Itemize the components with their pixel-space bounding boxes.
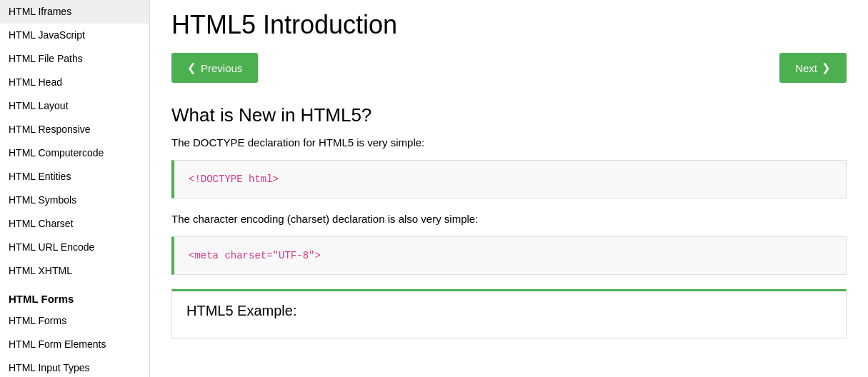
- previous-button-label: Previous: [201, 62, 242, 74]
- sidebar-item-html-charset[interactable]: HTML Charset: [0, 212, 149, 236]
- sidebar-item-html-layout[interactable]: HTML Layout: [0, 94, 149, 118]
- sidebar-item-html-xhtml[interactable]: HTML XHTML: [0, 259, 149, 283]
- code-block-1: <!DOCTYPE html>: [171, 160, 847, 198]
- sidebar-item-html-input-types[interactable]: HTML Input Types: [0, 356, 149, 377]
- sidebar-item-html-symbols[interactable]: HTML Symbols: [0, 188, 149, 212]
- sidebar-item-html-iframes[interactable]: HTML Iframes: [0, 0, 149, 24]
- sidebar-item-html-javascript[interactable]: HTML JavaScript: [0, 24, 149, 47]
- nav-buttons: Previous Next: [171, 53, 847, 83]
- main-content: HTML5 Introduction Previous Next What is…: [150, 0, 868, 377]
- sidebar-item-html-forms[interactable]: HTML Forms: [0, 309, 149, 333]
- previous-button[interactable]: Previous: [171, 53, 258, 83]
- next-button-label: Next: [795, 62, 817, 74]
- sidebar-item-html-responsive[interactable]: HTML Responsive: [0, 118, 149, 141]
- page-title: HTML5 Introduction: [171, 10, 847, 40]
- sidebar-section-forms: HTML Forms: [0, 283, 149, 309]
- sidebar-item-html-form-elements[interactable]: HTML Form Elements: [0, 333, 149, 356]
- code-text-1: <!DOCTYPE html>: [189, 174, 279, 185]
- example-title: HTML5 Example:: [186, 303, 832, 319]
- chevron-left-icon: [187, 61, 196, 74]
- chevron-right-icon: [822, 61, 831, 74]
- next-button[interactable]: Next: [779, 53, 847, 83]
- sidebar-item-html-computercode[interactable]: HTML Computercode: [0, 141, 149, 165]
- code-block-2: <meta charset="UTF-8">: [171, 236, 847, 275]
- sidebar-item-html-url-encode[interactable]: HTML URL Encode: [0, 236, 149, 259]
- sidebar-item-html-entities[interactable]: HTML Entities: [0, 165, 149, 188]
- sidebar-item-html-head[interactable]: HTML Head: [0, 71, 149, 94]
- example-box: HTML5 Example:: [171, 289, 847, 338]
- sidebar-item-html-file-paths[interactable]: HTML File Paths: [0, 47, 149, 71]
- sidebar: HTML Iframes HTML JavaScript HTML File P…: [0, 0, 150, 377]
- desc2: The character encoding (charset) declara…: [171, 213, 847, 225]
- desc1: The DOCTYPE declaration for HTML5 is ver…: [171, 136, 847, 149]
- section1-title: What is New in HTML5?: [171, 104, 847, 126]
- code-text-2: <meta charset="UTF-8">: [189, 250, 321, 261]
